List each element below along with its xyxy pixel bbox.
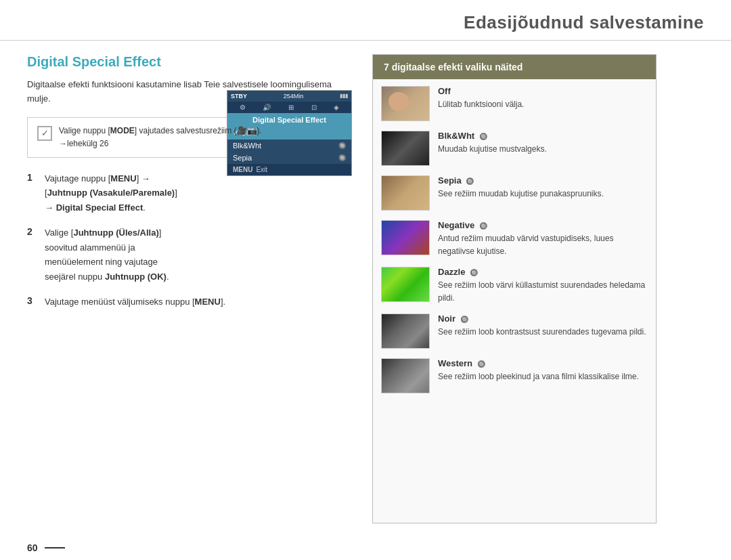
effect-dazzle: Dazzle 🔘 See režiim loob värvi küllastum… [381,267,648,304]
cam-bottom-bar: MENU Exit [227,164,351,175]
step-1-num: 1 [27,172,38,183]
negative-icon: 🔘 [479,222,487,230]
note-icon [37,126,52,141]
page-line [45,547,65,548]
page-header: Edasijõudnud salvestamine [0,0,731,41]
step-3: 3 Vajutage menüüst väljumiseks nuppu [ME… [27,295,352,309]
effect-bw: Blk&Wht 🔘 Muudab kujutise mustvalgeks. [381,131,648,166]
effect-thumb-dazzle [381,267,430,302]
cam-icon-1: ⚙ [240,104,246,111]
effect-desc-bw: Muudab kujutise mustvalgeks. [438,143,648,156]
effect-name-western: Western 🔘 [438,358,648,368]
cam-battery-icon: ▮▮▮ [340,93,348,99]
effect-desc-off: Lülitab funktsiooni välja. [438,98,648,111]
effect-thumb-western [381,358,430,393]
effect-off: Off Lülitab funktsiooni välja. [381,86,648,121]
step-1-content: Vajutage nuppu [MENU] → [Juhtnupp (Vasak… [45,171,220,215]
effect-name-negative: Negative 🔘 [438,220,648,230]
blkwht-icon: 🔘 [479,133,487,140]
effect-noir: Noir 🔘 See režiim loob kontrastsust suur… [381,314,648,349]
cam-bw-icon: 🔘 [338,142,346,149]
effect-info-off: Off Lülitab funktsiooni välja. [438,86,648,111]
noir-icon: 🔘 [460,316,468,323]
section-title: Digital Special Effect [27,54,352,70]
effect-thumb-off [381,86,430,121]
effect-info-dazzle: Dazzle 🔘 See režiim loob värvi küllastum… [438,267,648,304]
step-2-num: 2 [27,226,38,237]
effect-desc-noir: See režiim loob kontrastsust suurendades… [438,326,648,339]
effect-western: Western 🔘 See režiim loob pleekinud ja v… [381,358,648,393]
page-footer: 60 [0,537,731,560]
western-icon: 🔘 [477,360,485,368]
steps-list: 1 Vajutage nuppu [MENU] → [Juhtnupp (Vas… [27,171,352,309]
page-title: Edasijõudnud salvestamine [27,12,704,33]
effect-name-bw: Blk&Wht 🔘 [438,131,648,141]
cam-exit-label: Exit [256,166,267,173]
step-1: 1 Vajutage nuppu [MENU] → [Juhtnupp (Vas… [27,171,220,215]
cam-icon-inline: 🎥📷 [237,126,257,135]
effect-desc-negative: Antud režiim muudab värvid vastupidiseks… [438,232,648,257]
effect-name-noir: Noir 🔘 [438,314,648,324]
effect-info-sepia: Sepia 🔘 See režiim muudab kujutise punak… [438,175,648,200]
dazzle-icon: 🔘 [470,269,478,276]
effect-desc-dazzle: See režiim loob värvi küllastumist suure… [438,279,648,304]
steps-area: STBY 254Min ▮▮▮ ⚙ 🔊 ⊞ ⊡ ◈ Digital Specia… [27,171,352,320]
sepia-icon: 🔘 [466,177,474,185]
cam-sepia-icon: 🔘 [338,154,346,161]
cam-menu-key: MENU [233,166,252,173]
page-number: 60 [27,542,38,553]
effect-thumb-sepia [381,175,430,211]
cam-time: 254Min [284,93,304,100]
cam-stby: STBY [231,93,247,100]
step-2: 2 Valige [Juhtnupp (Üles/Alla)] soovitud… [27,225,352,284]
mode-key: MODE [110,126,135,135]
main-content: Digital Special Effect Digitaalse efekti… [0,41,731,537]
effect-sepia: Sepia 🔘 See režiim muudab kujutise punak… [381,175,648,211]
cam-icon-3: ⊞ [288,104,294,111]
effect-thumb-negative [381,220,430,255]
effect-info-bw: Blk&Wht 🔘 Muudab kujutise mustvalgeks. [438,131,648,156]
cam-icon-2: 🔊 [263,104,271,111]
effects-panel: 7 digitaalse efekti valiku näited Off Lü… [372,54,657,523]
effect-thumb-noir [381,314,430,349]
right-column: 7 digitaalse efekti valiku näited Off Lü… [372,54,657,523]
left-column: Digital Special Effect Digitaalse efekti… [27,54,352,523]
cam-icon-4: ⊡ [311,104,317,111]
cam-menu-sepia: Sepia 🔘 [227,152,351,164]
step-2-content: Valige [Juhtnupp (Üles/Alla)] soovitud a… [45,225,352,284]
effect-info-negative: Negative 🔘 Antud režiim muudab värvid va… [438,220,648,257]
effect-name-dazzle: Dazzle 🔘 [438,267,648,277]
effect-thumb-bw [381,131,430,166]
step-3-content: Vajutage menüüst väljumiseks nuppu [MENU… [45,295,352,309]
note-arrow: →lehekülg 26 [59,139,108,148]
effect-desc-western: See režiim loob pleekinud ja vana filmi … [438,370,648,383]
cam-topbar: STBY 254Min ▮▮▮ [227,91,351,102]
page: Edasijõudnud salvestamine Digital Specia… [0,0,731,560]
effect-info-noir: Noir 🔘 See režiim loob kontrastsust suur… [438,314,648,339]
effect-desc-sepia: See režiim muudab kujutise punakaspruuni… [438,188,648,200]
effect-info-western: Western 🔘 See režiim loob pleekinud ja v… [438,358,648,383]
cam-sepia-label: Sepia [233,154,252,162]
step-3-num: 3 [27,295,38,306]
effect-negative: Negative 🔘 Antud režiim muudab värvid va… [381,220,648,257]
cam-icon-5: ◈ [334,104,339,111]
effects-header: 7 digitaalse efekti valiku näited [373,55,656,79]
note-text: Valige nuppu [MODE] vajutades salvestusr… [59,125,262,150]
effects-list: Off Lülitab funktsiooni välja. Blk&Wht 🔘… [373,79,656,410]
cam-icons-row: ⚙ 🔊 ⊞ ⊡ ◈ [227,102,351,113]
effect-name-off: Off [438,86,648,96]
effect-name-sepia: Sepia 🔘 [438,175,648,186]
